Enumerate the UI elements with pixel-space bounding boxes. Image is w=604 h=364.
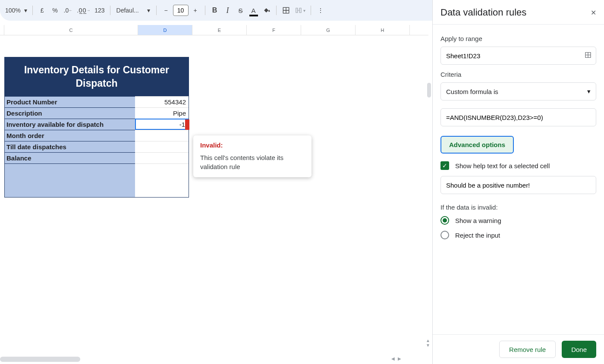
vertical-scroll-arrows[interactable]: ▲▼ [426,338,430,348]
borders-icon [282,6,290,15]
table-label-cell: Inventory available for dispatch [5,119,135,130]
horizontal-scrollbar[interactable]: ◀ ▶ [0,356,401,362]
table-value-cell[interactable] [135,130,189,141]
table-row [5,163,189,197]
formula-input[interactable] [440,108,596,126]
table-value-cell[interactable]: -1 [135,119,189,130]
show-warning-radio[interactable] [440,216,449,225]
criteria-dropdown[interactable]: Custom formula is▾ [440,82,596,100]
scroll-right-icon[interactable]: ▶ [398,356,401,361]
apply-range-label: Apply to range [440,35,596,42]
show-help-text-checkbox[interactable]: ✓ [440,161,449,170]
criteria-label: Criteria [440,71,596,78]
table-row: Balance [5,152,189,163]
currency-format-button[interactable]: £ [36,4,48,17]
separator [311,6,311,15]
reject-input-label: Reject the input [455,232,500,239]
table-value-cell[interactable]: Pipe [135,107,189,119]
separator [205,6,205,15]
help-text-input[interactable] [440,176,596,194]
font-family-dropdown[interactable]: Defaul...▾ [114,4,153,17]
fill-bucket-icon [262,6,271,15]
merge-icon [295,6,302,14]
borders-button[interactable] [280,4,292,17]
decrease-decimal-button[interactable]: .0← [62,4,75,17]
column-header-d[interactable]: D [138,25,192,35]
close-panel-button[interactable]: ✕ [591,9,596,17]
table-row: Till date dispatches [5,141,189,152]
show-warning-label: Show a warning [455,217,501,224]
table-label-cell: Product Number [5,96,135,107]
separator [156,6,157,15]
bold-button[interactable]: B [209,4,221,17]
decrease-fontsize-button[interactable]: − [160,4,172,17]
remove-rule-button[interactable]: Remove rule [499,341,556,358]
italic-button[interactable]: I [222,4,234,17]
apply-range-input[interactable] [440,47,596,65]
vertical-scrollbar-thumb[interactable] [427,83,431,97]
tooltip-title: Invalid: [200,141,305,149]
column-header-h[interactable]: H [355,25,410,35]
table-label-cell: Till date dispatches [5,141,135,152]
fontsize-input[interactable] [173,5,189,16]
zoom-dropdown[interactable]: 100% ▾ [3,4,29,17]
reject-input-radio[interactable] [440,231,449,239]
table-value-cell[interactable] [135,152,189,163]
advanced-options-button[interactable]: Advanced options [440,136,514,154]
validation-tooltip: Invalid: This cell's contents violate it… [193,135,311,177]
data-validation-panel: Data validation rules ✕ Apply to range C… [432,0,604,364]
show-help-text-label: Show help text for a selected cell [455,162,550,169]
column-header-c[interactable]: C [4,25,138,35]
invalid-data-label: If the data is invalid: [440,204,596,211]
spreadsheet-grid[interactable]: CDEFGH Inventory Details for Customer Di… [0,25,428,364]
table-row: DescriptionPipe [5,107,189,119]
number-format-button[interactable]: 123 [93,4,106,17]
column-headers: CDEFGH [0,25,428,35]
table-label-cell [5,163,135,197]
tooltip-body: This cell's contents violate its validat… [200,153,305,171]
table-value-cell[interactable] [135,141,189,152]
panel-title: Data validation rules [440,7,526,18]
merge-cells-button[interactable]: ▾ [293,4,307,17]
percent-format-button[interactable]: % [49,4,61,17]
scrollbar-thumb[interactable] [0,357,80,362]
column-header-e[interactable]: E [192,25,247,35]
column-header-g[interactable]: G [301,25,355,35]
separator [110,6,110,15]
column-header-f[interactable]: F [247,25,301,35]
validation-error-marker[interactable] [185,119,189,130]
fill-color-button[interactable] [261,4,273,17]
chevron-down-icon: ▾ [587,88,591,95]
increase-decimal-button[interactable]: .0̲0̲→ [75,4,92,17]
table-row: Product Number554342 [5,96,189,107]
select-range-icon[interactable] [584,51,592,60]
separator [32,6,33,15]
table-row: Inventory available for dispatch-1 [5,119,189,130]
increase-fontsize-button[interactable]: + [189,4,201,17]
text-color-button[interactable]: A [248,4,260,17]
table-label-cell: Description [5,107,135,119]
scroll-left-icon[interactable]: ◀ [391,356,395,361]
table-label-cell: Month order [5,130,135,141]
table-title: Inventory Details for Customer Dispatch [5,57,189,96]
separator [276,6,277,15]
done-button[interactable]: Done [562,341,596,358]
strikethrough-button[interactable]: S [235,4,247,17]
table-value-cell[interactable] [135,163,189,197]
table-label-cell: Balance [5,152,135,163]
table-row: Month order [5,130,189,141]
more-button[interactable]: ⋮ [315,4,327,17]
inventory-table: Inventory Details for Customer Dispatch … [4,57,189,198]
table-value-cell[interactable]: 554342 [135,96,189,107]
